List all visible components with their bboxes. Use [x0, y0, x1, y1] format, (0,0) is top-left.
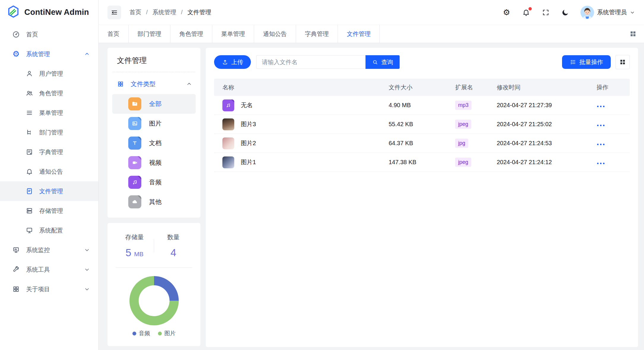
- legend-item-image[interactable]: 图片: [158, 330, 176, 337]
- storage-usage-value: 5: [126, 247, 131, 258]
- table-row[interactable]: 图片3 55.42 KB jpeg 2024-04-27 21:25:02: [214, 115, 630, 134]
- sidebar-item-about-project[interactable]: 关于项目: [0, 279, 98, 299]
- sidebar-item-system-management[interactable]: ⚙ 系统管理: [0, 44, 98, 64]
- file-name: 图片1: [241, 158, 256, 166]
- tab-file-management[interactable]: 文件管理: [338, 25, 380, 43]
- column-header-actions: 操作: [588, 83, 630, 91]
- user-menu[interactable]: 系统管理员: [580, 6, 635, 19]
- file-type-video[interactable]: 视频: [112, 153, 196, 172]
- tab-dept[interactable]: 部门管理: [129, 25, 170, 43]
- table-row[interactable]: 图片2 64.37 KB jpg 2024-04-27 21:24:53: [214, 134, 630, 153]
- menu-fold-icon: [110, 9, 118, 16]
- file-list-panel: 上传 查询 批量操作: [206, 48, 638, 347]
- file-time: 2024-04-27 21:25:02: [488, 121, 588, 128]
- breadcrumb-separator: /: [181, 9, 183, 16]
- menu-lines-icon: [26, 109, 33, 117]
- sidebar-item-system-tools[interactable]: 系统工具: [0, 260, 98, 279]
- file-table: 名称 文件大小 扩展名 修改时间 操作 无名 4.90 MB: [214, 79, 630, 172]
- ext-badge: jpeg: [455, 120, 471, 129]
- sidebar-menu: 首页 ⚙ 系统管理 用户管理 角色管理 菜单管理 部门管理: [0, 25, 98, 350]
- sidebar-item-dept-management[interactable]: 部门管理: [0, 123, 98, 142]
- sidebar-item-label: 系统工具: [26, 266, 78, 274]
- server-icon: [26, 207, 33, 215]
- bell-icon: [26, 168, 33, 175]
- grid-view-toggle-button[interactable]: [615, 55, 630, 69]
- file-name: 无名: [241, 101, 253, 109]
- tab-role[interactable]: 角色管理: [170, 25, 212, 43]
- more-actions-icon[interactable]: [596, 142, 605, 147]
- batch-operation-button[interactable]: 批量操作: [562, 55, 611, 69]
- file-type-other[interactable]: 其他: [112, 192, 196, 212]
- breadcrumb-item[interactable]: 系统管理: [153, 8, 176, 16]
- dashboard-icon: [12, 30, 20, 39]
- sidebar-item-notice[interactable]: 通知公告: [0, 162, 98, 181]
- search-button[interactable]: 查询: [365, 55, 400, 69]
- storage-usage-unit: MB: [134, 251, 144, 257]
- file-type-audio[interactable]: 音频: [112, 172, 196, 192]
- tab-dict[interactable]: 字典管理: [296, 25, 338, 43]
- file-type-group-header[interactable]: 文件类型: [112, 72, 196, 94]
- breadcrumb: 首页 / 系统管理 / 文件管理: [129, 8, 211, 16]
- checklist-icon: [570, 59, 576, 65]
- sidebar-item-file-management[interactable]: 文件管理: [0, 181, 98, 201]
- ext-badge: jpg: [455, 139, 468, 148]
- tab-menu[interactable]: 菜单管理: [212, 25, 254, 43]
- file-name: 图片3: [241, 120, 256, 128]
- folder-all-icon: [128, 97, 141, 110]
- search-icon: [372, 59, 378, 65]
- table-row[interactable]: 无名 4.90 MB mp3 2024-04-27 21:27:39: [214, 96, 630, 115]
- storage-donut: [129, 276, 179, 325]
- tree-icon: [26, 129, 33, 136]
- sidebar-collapse-button[interactable]: [107, 6, 121, 19]
- file-count: 数量 4: [154, 233, 193, 259]
- notification-bell-icon[interactable]: [522, 8, 531, 17]
- sidebar: ContiNew Admin 首页 ⚙ 系统管理 用户管理 角色管理: [0, 0, 99, 350]
- more-actions-icon[interactable]: [596, 161, 605, 166]
- sidebar-item-system-monitor[interactable]: 系统监控: [0, 240, 98, 260]
- legend-item-audio[interactable]: 音频: [132, 330, 150, 337]
- tab-notice[interactable]: 通知公告: [254, 25, 296, 43]
- tab-label: 首页: [107, 30, 119, 38]
- storage-usage-label: 存储量: [115, 233, 154, 241]
- audio-file-icon: [128, 176, 141, 189]
- monitor-icon: [26, 227, 33, 234]
- legend-dot: [132, 332, 136, 335]
- search-input[interactable]: [256, 55, 365, 69]
- file-sidebar-column: 文件管理 文件类型 全部: [107, 48, 200, 347]
- sidebar-item-label: 系统管理: [26, 50, 78, 58]
- sidebar-item-storage-management[interactable]: 存储管理: [0, 201, 98, 221]
- sidebar-item-label: 文件管理: [39, 187, 63, 195]
- column-header-name: 名称: [214, 83, 380, 91]
- file-type-label: 音频: [149, 178, 162, 186]
- settings-gear-icon[interactable]: ⚙: [502, 8, 511, 17]
- sidebar-item-role-management[interactable]: 角色管理: [0, 83, 98, 103]
- tab-home[interactable]: 首页: [99, 25, 129, 43]
- more-actions-icon[interactable]: [596, 104, 605, 109]
- tab-grid-icon[interactable]: [629, 30, 637, 38]
- breadcrumb-item-current: 文件管理: [187, 8, 211, 16]
- sidebar-item-user-management[interactable]: 用户管理: [0, 64, 98, 83]
- sidebar-item-dict-management[interactable]: 字典管理: [0, 142, 98, 162]
- file-type-image[interactable]: 图片: [112, 114, 196, 133]
- file-type-document[interactable]: 文档: [112, 133, 196, 153]
- fullscreen-icon[interactable]: [541, 8, 550, 17]
- page-content: 文件管理 文件类型 全部: [99, 43, 644, 350]
- file-type-all[interactable]: 全部: [112, 94, 196, 114]
- table-row[interactable]: 图片1 147.38 KB jpeg 2024-04-27 21:24:12: [214, 153, 630, 172]
- upload-button[interactable]: 上传: [214, 55, 251, 69]
- file-time: 2024-04-27 21:27:39: [488, 102, 588, 109]
- breadcrumb-item[interactable]: 首页: [129, 8, 141, 16]
- sidebar-item-home[interactable]: 首页: [0, 25, 98, 44]
- file-size: 55.42 KB: [380, 121, 447, 128]
- tab-label: 文件管理: [347, 30, 371, 38]
- tab-label: 部门管理: [137, 30, 161, 38]
- sidebar-item-menu-management[interactable]: 菜单管理: [0, 103, 98, 123]
- search-label: 查询: [381, 58, 393, 66]
- document-file-icon: [128, 137, 141, 150]
- more-actions-icon[interactable]: [596, 123, 605, 128]
- storage-stats-panel: 存储量 5 MB 数量 4 音频 图片: [107, 223, 200, 346]
- logo-row[interactable]: ContiNew Admin: [0, 0, 98, 25]
- sidebar-item-system-config[interactable]: 系统配置: [0, 221, 98, 240]
- app-logo-icon: [7, 5, 20, 20]
- dark-mode-moon-icon[interactable]: [561, 8, 570, 17]
